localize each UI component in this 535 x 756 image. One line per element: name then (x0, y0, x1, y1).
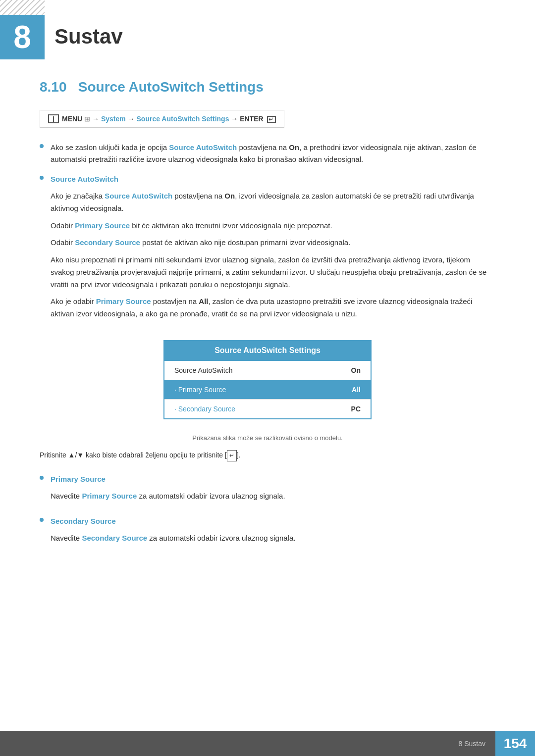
page-footer: 8 Sustav 154 (0, 731, 535, 756)
arrow1: → (92, 115, 99, 123)
b2p5-t1: Ako je odabir (51, 297, 96, 305)
bullet4-para: Navedite Secondary Source za automatski … (51, 532, 495, 545)
b2p2-t2: bit će aktiviran ako trenutni izvor vide… (130, 221, 332, 230)
menu-path-text: MENU ⊞ → System → Source AutoSwitch Sett… (62, 115, 276, 123)
enter-icon (267, 116, 276, 123)
nav-instruction: Pritisnite ▲/▼ kako biste odabrali želje… (40, 450, 495, 461)
system-label: System (101, 115, 126, 123)
settings-label-source-autoswitch: Source AutoSwitch (174, 366, 233, 374)
bullet-content-4: Secondary Source Navedite Secondary Sour… (51, 515, 495, 550)
bullet-item-1: Ako se zaslon uključi kada je opcija Sou… (40, 142, 495, 165)
nav-instruction-text1: Pritisnite ▲/▼ kako biste odabrali želje… (40, 451, 227, 459)
b4-t2: za automatski odabir izvora ulaznog sign… (147, 534, 295, 542)
bullet-dot-1 (40, 144, 44, 148)
section-title: 8.10 Source AutoSwitch Settings (40, 79, 495, 95)
b3-t2: za automatski odabir izvora ulaznog sign… (137, 492, 285, 500)
section-number: 8.10 (40, 79, 67, 95)
settings-row-secondary-source[interactable]: · Secondary Source PC (164, 400, 371, 418)
settings-panel-title: Source AutoSwitch Settings (164, 340, 371, 361)
bullet1-text2: postavljena na (237, 143, 289, 151)
chapter-title: Sustav (54, 15, 123, 49)
footer-text: 8 Sustav (459, 740, 495, 748)
bullet2-para3: Odabir Secondary Source postat će aktiva… (51, 237, 495, 249)
panel-note: Prikazana slika može se razlikovati ovis… (40, 434, 495, 442)
settings-row-source-autoswitch[interactable]: Source AutoSwitch On (164, 361, 371, 380)
enter-label: ENTER (240, 115, 263, 123)
b2p5-b1: Primary Source (96, 297, 151, 305)
b2p3-t1: Odabir (51, 238, 75, 247)
settings-value-source-autoswitch: On (351, 366, 361, 374)
b4-b1: Secondary Source (82, 534, 147, 542)
footer-page-number: 154 (495, 731, 535, 756)
menu-label: MENU (62, 115, 82, 123)
chapter-header: 8 Sustav (0, 0, 535, 59)
b2p2-t1: Odabir (51, 221, 75, 230)
settings-row-primary-source[interactable]: · Primary Source All (164, 380, 371, 400)
bullet2-heading: Source AutoSwitch (51, 173, 495, 185)
bullet-item-3: Primary Source Navedite Primary Source z… (40, 473, 495, 507)
bullet1-bold1: Source AutoSwitch (169, 143, 237, 151)
settings-value-secondary-source: PC (351, 405, 361, 413)
b4-t1: Navedite (51, 534, 82, 542)
main-content: 8.10 Source AutoSwitch Settings MENU ⊞ →… (0, 79, 535, 597)
enter-arrow: ↵ (227, 450, 237, 461)
menu-icon (48, 114, 59, 123)
section-heading: Source AutoSwitch Settings (78, 79, 264, 95)
bullet2-para2: Odabir Primary Source bit će aktiviran a… (51, 220, 495, 232)
grid-icon: ⊞ (84, 115, 92, 123)
b2p3-t2: postat će aktivan ako nije dostupan prim… (140, 238, 350, 247)
b2p1-b1: Source AutoSwitch (105, 192, 172, 200)
bullet1-text1: Ako se zaslon uključi kada je opcija (51, 143, 169, 151)
b2p1-t1: Ako je značajka (51, 192, 105, 200)
source-autoswitch-path: Source AutoSwitch Settings (137, 115, 229, 123)
bullet-content-2: Source AutoSwitch Ako je značajka Source… (51, 173, 495, 325)
b2p5-t2: postavljen na (151, 297, 199, 305)
bullet2-para5: Ako je odabir Primary Source postavljen … (51, 296, 495, 320)
b2p5-b2: All (199, 297, 208, 305)
b2p2-b1: Primary Source (75, 221, 130, 230)
b2p3-b1: Secondary Source (75, 238, 140, 247)
bullet-dot-4 (40, 518, 44, 522)
nav-instruction-text2: ]. (237, 451, 241, 459)
bullet2-para1: Ako je značajka Source AutoSwitch postav… (51, 190, 495, 215)
arrow3: → (231, 115, 238, 123)
bullet3-heading: Primary Source (51, 473, 495, 485)
settings-label-primary-source: · Primary Source (174, 386, 226, 394)
b3-b1: Primary Source (82, 492, 137, 500)
settings-panel: Source AutoSwitch Settings Source AutoSw… (163, 340, 372, 419)
bullet-dot-3 (40, 476, 44, 480)
bullet-dot-2 (40, 176, 44, 180)
menu-path-box: MENU ⊞ → System → Source AutoSwitch Sett… (40, 110, 284, 128)
settings-label-secondary-source: · Secondary Source (174, 405, 235, 413)
bullet-content-1: Ako se zaslon uključi kada je opcija Sou… (51, 142, 495, 165)
bullet3-para: Navedite Primary Source za automatski od… (51, 490, 495, 503)
bullet-item-2: Source AutoSwitch Ako je značajka Source… (40, 173, 495, 325)
b3-t1: Navedite (51, 492, 82, 500)
b2p1-t2: postavljena na (172, 192, 224, 200)
bullet-item-4: Secondary Source Navedite Secondary Sour… (40, 515, 495, 550)
settings-value-primary-source: All (352, 386, 361, 394)
chapter-number: 8 (13, 21, 31, 53)
bullet1-bold2: On (289, 143, 299, 151)
corner-pattern (0, 0, 45, 15)
b2p1-b2: On (224, 192, 235, 200)
bullet2-para4: Ako nisu prepoznati ni primarni niti sek… (51, 254, 495, 291)
chapter-number-block: 8 (0, 15, 45, 59)
bullet4-heading: Secondary Source (51, 515, 495, 527)
bullet-content-3: Primary Source Navedite Primary Source z… (51, 473, 495, 507)
arrow2: → (128, 115, 135, 123)
